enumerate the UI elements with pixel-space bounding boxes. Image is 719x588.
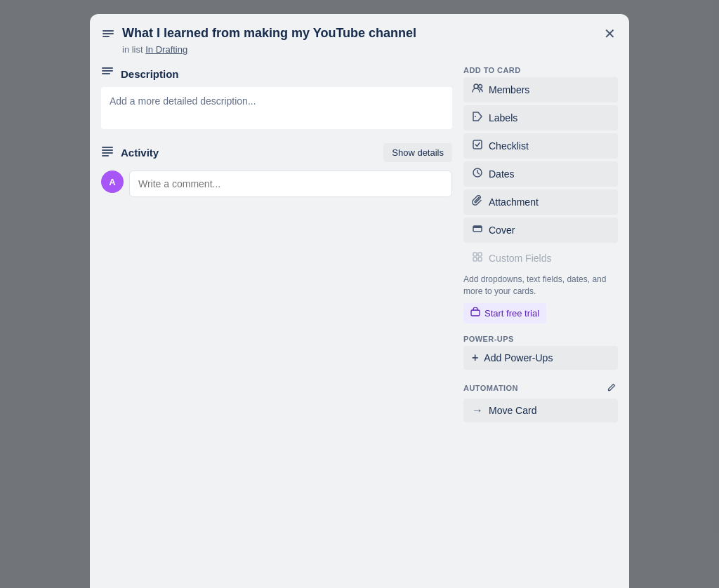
- svg-rect-4: [102, 70, 113, 72]
- svg-rect-18: [478, 253, 482, 256]
- activity-header: Activity Show details: [101, 143, 452, 162]
- add-to-card-title: Add to card: [463, 66, 618, 74]
- labels-button[interactable]: Labels: [463, 105, 618, 131]
- show-details-button[interactable]: Show details: [383, 143, 452, 162]
- sidebar: Add to card Members: [463, 66, 618, 588]
- svg-rect-21: [471, 310, 480, 316]
- labels-label: Labels: [489, 112, 517, 123]
- svg-rect-13: [473, 140, 482, 149]
- checklist-label: Checklist: [489, 140, 529, 152]
- svg-rect-9: [102, 155, 109, 156]
- checklist-button[interactable]: Checklist: [463, 133, 618, 159]
- members-button[interactable]: Members: [463, 77, 618, 102]
- members-label: Members: [489, 84, 529, 95]
- add-power-ups-button[interactable]: + Add Power-Ups: [463, 346, 618, 370]
- svg-point-12: [475, 116, 476, 117]
- dates-button[interactable]: Dates: [463, 161, 618, 187]
- in-list-text: in list In Drafting: [122, 44, 416, 55]
- cover-icon: [472, 223, 483, 237]
- dates-icon: [472, 167, 483, 181]
- description-title: Description: [121, 68, 179, 80]
- power-ups-section: Power-Ups + Add Power-Ups: [463, 335, 618, 370]
- members-icon: [472, 83, 483, 97]
- attachment-icon: [472, 195, 483, 209]
- activity-title: Activity: [121, 147, 159, 159]
- in-list-link[interactable]: In Drafting: [145, 44, 187, 55]
- svg-rect-3: [102, 67, 113, 69]
- power-ups-title: Power-Ups: [463, 335, 618, 343]
- custom-fields-button[interactable]: Custom Fields: [463, 246, 618, 271]
- attachment-label: Attachment: [489, 196, 539, 208]
- svg-rect-6: [102, 147, 113, 148]
- description-placeholder: Add a more detailed description...: [110, 95, 256, 107]
- automation-title: Automation: [463, 384, 518, 392]
- avatar-initials: A: [109, 177, 115, 187]
- dates-label: Dates: [489, 168, 515, 180]
- svg-rect-17: [473, 253, 477, 256]
- svg-rect-7: [102, 149, 113, 151]
- custom-fields-label: Custom Fields: [489, 253, 551, 264]
- add-to-card-section: Add to card Members: [463, 66, 618, 323]
- move-card-label: Move Card: [489, 405, 536, 416]
- trial-icon: [470, 307, 480, 319]
- add-power-ups-label: Add Power-Ups: [484, 352, 553, 363]
- svg-rect-20: [478, 258, 482, 261]
- card-title: What I learned from making my YouTube ch…: [122, 25, 416, 41]
- activity-icon: [101, 145, 114, 161]
- svg-rect-1: [103, 33, 114, 34]
- modal-overlay: What I learned from making my YouTube ch…: [0, 0, 719, 588]
- svg-rect-8: [102, 152, 113, 154]
- comment-area: A: [101, 171, 452, 197]
- custom-fields-icon: [472, 251, 483, 265]
- description-input[interactable]: Add a more detailed description...: [101, 87, 452, 129]
- activity-section: Activity Show details A: [101, 143, 452, 197]
- start-trial-label: Start free trial: [484, 308, 539, 319]
- description-header: Description: [101, 66, 452, 81]
- svg-rect-2: [103, 36, 110, 37]
- card-modal: What I learned from making my YouTube ch…: [90, 14, 629, 588]
- modal-body: Description Add a more detailed descript…: [101, 66, 618, 588]
- automation-edit-button[interactable]: [605, 381, 618, 396]
- description-icon: [101, 66, 114, 81]
- automation-header: Automation: [463, 381, 618, 396]
- automation-section: Automation → Move Card: [463, 381, 618, 422]
- main-content: Description Add a more detailed descript…: [101, 66, 452, 588]
- labels-icon: [472, 111, 483, 125]
- plus-icon: +: [472, 352, 478, 364]
- svg-rect-19: [473, 258, 477, 261]
- modal-header: What I learned from making my YouTube ch…: [101, 25, 618, 55]
- attachment-button[interactable]: Attachment: [463, 189, 618, 215]
- svg-rect-0: [103, 30, 114, 32]
- custom-fields-note: Add dropdowns, text fields, dates, and m…: [463, 274, 618, 298]
- arrow-icon: →: [472, 404, 483, 417]
- cover-button[interactable]: Cover: [463, 218, 618, 243]
- modal-title-area: What I learned from making my YouTube ch…: [122, 25, 416, 55]
- svg-point-11: [479, 85, 482, 88]
- cover-label: Cover: [489, 225, 515, 236]
- activity-header-left: Activity: [101, 145, 159, 161]
- description-section: Description Add a more detailed descript…: [101, 66, 452, 129]
- comment-input[interactable]: [129, 171, 452, 197]
- card-type-icon: [101, 28, 115, 45]
- avatar: A: [101, 171, 124, 193]
- start-trial-button[interactable]: Start free trial: [463, 303, 546, 323]
- svg-rect-5: [102, 73, 110, 74]
- svg-rect-16: [473, 226, 482, 228]
- checklist-icon: [472, 139, 483, 153]
- close-button[interactable]: ✕: [598, 22, 621, 45]
- svg-point-10: [474, 84, 478, 88]
- move-card-button[interactable]: → Move Card: [463, 399, 618, 422]
